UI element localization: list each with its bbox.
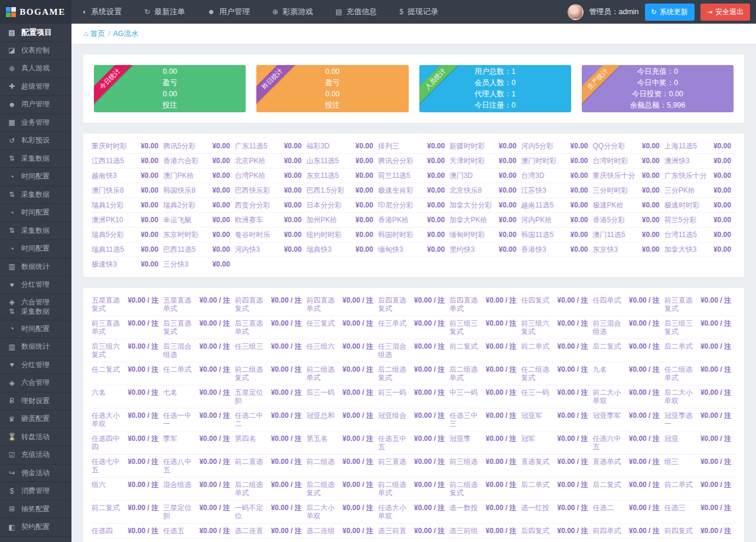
- stat-cell: 越南快3¥0.00: [92, 168, 163, 183]
- sidebar-item-contract-config[interactable]: ◧契约配置: [0, 518, 71, 537]
- game-name: 冠亚季: [449, 434, 471, 443]
- sidebar-item-marksix-collect[interactable]: ◈六合管理⇅采集数据: [0, 294, 71, 320]
- sidebar-item-time-config-1[interactable]: ◔时间配置: [0, 168, 71, 186]
- sidebar-item-collect-data-2[interactable]: ⇅采集数据: [0, 186, 71, 205]
- nav-item-withdraw-records[interactable]: $提现记录: [388, 0, 449, 24]
- stat-cell: 后三混合组选¥0.00 / 注: [163, 339, 234, 362]
- amount-value: ¥0.00: [711, 201, 731, 209]
- safe-logout-button[interactable]: ⇥ 安全退出: [700, 4, 750, 21]
- amount-value: ¥0.00: [640, 216, 660, 224]
- amount-value: ¥0.00: [138, 171, 158, 180]
- amount-value: ¥0.00: [282, 216, 302, 224]
- breadcrumb-home[interactable]: 首页: [90, 30, 105, 38]
- sidebar-item-time-config-3[interactable]: ◔时间配置: [0, 240, 71, 258]
- amount-value: ¥0.00 / 注: [627, 388, 660, 397]
- game-name: 日本分分彩: [307, 201, 342, 209]
- sidebar-item-collect-data-3[interactable]: ⇅采集数据: [0, 222, 71, 241]
- breadcrumb-page[interactable]: AG流水: [113, 30, 139, 38]
- table-row: 组六¥0.00 / 注混合组选¥0.00 / 注后二组选单式¥0.00 / 注后…: [92, 478, 736, 501]
- sidebar-item-private-lottery-preset[interactable]: ↺私彩预设: [0, 132, 71, 150]
- sidebar-item-wheel-activity[interactable]: ⌛转盘活动: [0, 429, 71, 447]
- nav-item-user-management[interactable]: ☻用户管理: [196, 0, 261, 24]
- sidebar-item-dividend-management-2[interactable]: ♥分红管理: [0, 356, 71, 375]
- sidebar-item-lucky-draw-config[interactable]: ⊞抽奖配置: [0, 501, 71, 519]
- amount-value: ¥0.00 / 注: [269, 388, 302, 397]
- sidebar-item-time-config-2[interactable]: ◔时间配置: [0, 204, 71, 222]
- sidebar-item-collect-data-1[interactable]: ⇅采集数据: [0, 150, 71, 168]
- game-name: 韩国时时彩: [378, 231, 413, 239]
- sidebar-item-user-management[interactable]: ☻用户管理: [0, 96, 71, 114]
- amount-value: ¥0.00 / 注: [698, 504, 731, 512]
- nav-item-lottery-games[interactable]: ⊕彩票游戏: [261, 0, 324, 24]
- game-name: 香港PK拾: [378, 216, 409, 224]
- amount-value: ¥0.00 / 注: [125, 342, 158, 350]
- amount-value: ¥0.00 / 注: [269, 481, 302, 489]
- nav-item-recharge-info[interactable]: ▤充值信息: [324, 0, 388, 24]
- nav-item-system-settings[interactable]: ◐系统设置: [71, 0, 133, 24]
- game-name: 前三直选: [378, 457, 406, 466]
- game-name: 直选复式: [521, 457, 549, 466]
- game-name: 任选八中五: [163, 457, 197, 474]
- stat-cell: 任选五¥0.00 / 注: [163, 524, 234, 538]
- game-name: 排列三: [378, 142, 399, 150]
- amount-value: ¥0.00: [568, 216, 588, 224]
- amount-value: ¥0.00 / 注: [269, 411, 302, 420]
- avatar[interactable]: [568, 4, 584, 20]
- game-name: 前二组选单式: [307, 365, 340, 382]
- game-name: 任四单式: [593, 296, 621, 304]
- sidebar-item-marksix-management[interactable]: ◈六合管理: [0, 374, 71, 392]
- nav-item-label: 充值信息: [346, 7, 377, 17]
- nav-item-latest-bets[interactable]: ↻最新注单: [133, 0, 196, 24]
- game-name: 北京快乐8: [449, 186, 482, 194]
- sidebar-item-label: 数据统计: [21, 342, 50, 352]
- sidebar-item-consume-management[interactable]: $消费管理: [0, 482, 71, 501]
- game-name: 香港5分彩: [593, 216, 625, 224]
- stat-cell: 越南11选5¥0.00: [521, 198, 592, 213]
- amount-value: ¥0.00 / 注: [483, 434, 516, 443]
- sidebar-item-dividend-management-1[interactable]: ♥分红管理: [0, 276, 71, 294]
- sidebar-item-super-admin[interactable]: ✚超级管理: [0, 78, 71, 96]
- amount-value: ¥0.00 / 注: [483, 388, 516, 397]
- sidebar-item-recharge-activity[interactable]: ☑充值活动: [0, 446, 71, 465]
- game-name: 后三混合组选: [163, 342, 197, 359]
- sidebar-item-dashboard-control[interactable]: ◪仪表控制: [0, 42, 71, 60]
- plus-circle-icon: ⊕: [272, 8, 278, 16]
- game-name: 后二组选复式: [378, 365, 412, 382]
- sidebar-item-business-management[interactable]: ▦业务管理: [0, 114, 71, 132]
- table-row: 越南快3¥0.00澳门PK拾¥0.00台湾PK拾¥0.00东京11选5¥0.00…: [92, 168, 736, 183]
- sidebar-item-config-project[interactable]: ▤配置项目: [0, 24, 71, 42]
- sidebar-item-egg-smash-config[interactable]: ♛砸蛋配置: [0, 410, 71, 429]
- stat-card-personnel-stats: 人员统计用户总数：1会员人数：0代理人数：1今日注册：0: [419, 65, 571, 112]
- gear-icon: ◐: [83, 8, 87, 16]
- stat-cell: 后四复式¥0.00 / 注: [521, 524, 592, 538]
- stat-cell: 东京快3¥0.00: [593, 242, 664, 257]
- system-update-button[interactable]: ↻ 系统更新: [645, 4, 695, 21]
- sidebar-item-finance-settings[interactable]: Ƀ理财设置: [0, 392, 71, 411]
- amount-value: ¥0.00 / 注: [125, 365, 158, 374]
- sidebar-item-commission-activity[interactable]: ↪佣金活动: [0, 465, 71, 483]
- sidebar-item-time-config-4[interactable]: ◔时间配置: [0, 320, 71, 339]
- table-row: 后三组六复式¥0.00 / 注后三混合组选¥0.00 / 注任三组三¥0.00 …: [92, 339, 736, 362]
- amount-value: ¥0.00: [568, 142, 588, 150]
- stat-cell: 冠亚总和¥0.00 / 注: [307, 408, 378, 431]
- sidebar-item-data-stats-2[interactable]: ▥数据统计: [0, 338, 71, 356]
- stat-cell: 六名¥0.00 / 注: [92, 385, 163, 408]
- sidebar-item-label: 转盘活动: [21, 432, 50, 442]
- menu-icon: ▤: [8, 28, 16, 37]
- amount-value: ¥0.00 / 注: [555, 457, 588, 466]
- game-name: 任选七中五: [92, 457, 125, 474]
- empty-cell: [234, 257, 306, 271]
- sidebar-item-live-games[interactable]: ⊕真人游戏: [0, 60, 71, 78]
- amount-value: ¥0.00: [711, 245, 731, 254]
- amount-value: ¥0.00: [353, 201, 373, 209]
- stat-cell: 新疆时时彩¥0.00: [449, 139, 521, 154]
- table-row: 任选四中四¥0.00 / 注季军¥0.00 / 注第四名¥0.00 / 注第五名…: [92, 431, 736, 455]
- stat-cell: 一码不定位¥0.00 / 注: [234, 501, 306, 524]
- app-logo[interactable]: BOGAME: [0, 0, 71, 24]
- sidebar-item-data-stats-1[interactable]: ▥数据统计: [0, 258, 71, 277]
- game-name: 任选三中三: [449, 411, 483, 428]
- stat-cell: 韩国11选5¥0.00: [521, 228, 592, 242]
- game-name: 前三混合组选: [593, 319, 627, 336]
- stat-cell: 七名¥0.00 / 注: [163, 385, 234, 408]
- nav-item-label: 用户管理: [219, 7, 250, 17]
